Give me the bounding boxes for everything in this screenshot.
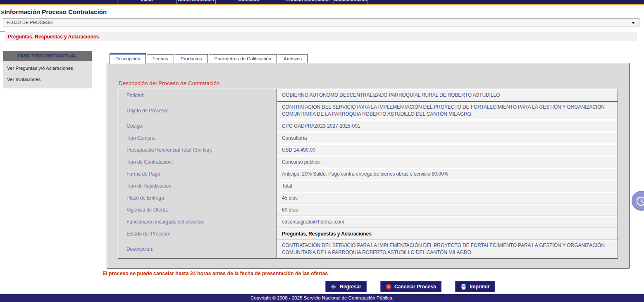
- table-row: Objeto de Proceso: CONTRATACION DEL SERV…: [118, 101, 618, 120]
- footer-bar: Copyright © 2008 - 2025 Servicio Naciona…: [0, 294, 644, 302]
- table-row: Estado del Proceso: Preguntas, Respuesta…: [118, 228, 618, 240]
- row-label: Presupuesto Referencial Total (Sin Iva):: [118, 144, 277, 156]
- winged-clock-icon: [634, 194, 644, 208]
- nav-menu-item[interactable]: Entidad Contratante: [282, 0, 334, 4]
- nav-menu-item-label: Inicio: [117, 0, 176, 2]
- row-label: Entidad:: [118, 89, 277, 101]
- page-title: »Información Proceso Contratación: [1, 8, 107, 16]
- row-value: CONTRATACION DEL SERVICIO PARA LA IMPLEM…: [277, 101, 618, 120]
- nav-menu: Inicio Datos Generales Consultar Entidad…: [117, 0, 367, 4]
- tab[interactable]: Productos: [175, 54, 208, 63]
- print-button-label: Imprimir: [470, 284, 489, 290]
- top-navigation-bar: Inicio Datos Generales Consultar Entidad…: [0, 0, 644, 4]
- table-row: Tipo de Adjudicación: Total: [118, 180, 618, 192]
- row-value: GOBIERNO AUTONOMO DESCENTRALIZADO PARROQ…: [277, 89, 618, 101]
- row-value: Preguntas, Respuestas y Aclaraciones: [277, 228, 618, 240]
- tab[interactable]: Parámetros de Calificación: [209, 54, 277, 63]
- nav-menu-item-label: Entidad Contratante: [282, 0, 334, 2]
- page: Inicio Datos Generales Consultar Entidad…: [0, 0, 644, 302]
- row-label: Forma de Pago:: [118, 168, 277, 180]
- process-detail-table: Entidad: GOBIERNO AUTONOMO DESCENTRALIZA…: [118, 89, 618, 259]
- process-flow-select[interactable]: FLUJO DE PROCESO: [3, 18, 639, 26]
- row-label: Código:: [118, 120, 277, 132]
- table-row: Vigencia de Oferta: 60 días: [118, 204, 618, 216]
- tab[interactable]: Archivos: [278, 54, 308, 63]
- chevron-down-icon: [632, 22, 635, 24]
- row-value: edconsagrado@hotmail.com: [277, 216, 618, 228]
- table-row: Forma de Pago: Anticipo: 20% Saldo: Pago…: [118, 168, 618, 180]
- row-value: 45 dias: [277, 192, 618, 204]
- sidebar-item-link[interactable]: Ver Preguntas y/ó Aclaraciones: [3, 63, 92, 74]
- cancel-x-icon: x: [386, 284, 391, 290]
- row-value: Total: [277, 180, 618, 192]
- tab[interactable]: Descripción: [110, 53, 146, 64]
- row-value: Concurso publico -: [277, 156, 618, 168]
- table-row: Código: CPC-GADPRA2023-2027-2025-001: [118, 120, 618, 132]
- sidebar-item-link[interactable]: Ver Invitaciones: [3, 74, 92, 85]
- table-row: Entidad: GOBIERNO AUTONOMO DESCENTRALIZA…: [118, 89, 618, 101]
- tab-bar: Descripción Fechas Productos Parámetros …: [110, 53, 308, 63]
- sidebar: FASE PRECONTRACTUAL Ver Preguntas y/ó Ac…: [3, 51, 92, 88]
- table-row: Tipo de Contratación: Concurso publico -: [118, 156, 618, 168]
- process-status-banner: Preguntas, Respuestas y Aclaraciones: [5, 32, 637, 41]
- cancel-deadline-note: El proceso se puede cancelar hasta 24 ho…: [103, 271, 328, 276]
- title-divider: [0, 17, 644, 17]
- table-row: Descripción: CONTRATACION DEL SERVICIO P…: [118, 240, 618, 258]
- floating-clock-widget-button[interactable]: [632, 191, 644, 211]
- tab[interactable]: Fechas: [147, 54, 174, 63]
- nav-menu-item[interactable]: Inicio: [117, 0, 176, 4]
- cancel-process-button[interactable]: x Cancelar Proceso: [380, 281, 441, 292]
- tree-connector-line: [0, 31, 5, 32]
- row-label: Estado del Proceso:: [118, 228, 277, 240]
- table-row: Tipo Compra: Consultoría: [118, 132, 618, 144]
- nav-menu-item[interactable]: Consultar: [215, 0, 282, 4]
- cancel-process-button-label: Cancelar Proceso: [394, 284, 436, 290]
- gold-accent-stripe: [0, 4, 644, 5]
- sidebar-menu: Ver Preguntas y/ó Aclaraciones Ver Invit…: [3, 61, 92, 88]
- row-value: Anticipo: 20% Saldo: Pago contra entrega…: [277, 168, 618, 180]
- row-label: Plazo de Entrega:: [118, 192, 277, 204]
- process-flow-select-value: FLUJO DE PROCESO: [7, 20, 52, 25]
- row-value: Consultoría: [277, 132, 618, 144]
- nav-menu-item[interactable]: Administración: [334, 0, 367, 4]
- nav-menu-item-label: Administración: [334, 0, 367, 2]
- row-value: CPC-GADPRA2023-2027-2025-001: [277, 120, 618, 132]
- table-row: Plazo de Entrega: 45 dias: [118, 192, 618, 204]
- row-label: Vigencia de Oferta:: [118, 204, 277, 216]
- back-button[interactable]: Regresar: [325, 281, 367, 292]
- row-label: Tipo Compra:: [118, 132, 277, 144]
- row-value: CONTRATACION DEL SERVICIO PARA LA IMPLEM…: [277, 240, 618, 258]
- row-value: 60 días: [277, 204, 618, 216]
- row-label: Objeto de Proceso:: [118, 101, 277, 120]
- printer-icon: [460, 284, 467, 290]
- print-button[interactable]: Imprimir: [455, 281, 495, 292]
- process-status-text: Preguntas, Respuestas y Aclaraciones: [5, 32, 637, 41]
- action-button-row: Regresar x Cancelar Proceso Imprimir: [325, 281, 495, 292]
- nav-menu-item[interactable]: Datos Generales: [176, 0, 215, 4]
- back-arrow-icon: [331, 284, 337, 289]
- copyright-text: Copyright © 2008 - 2025 Servicio Naciona…: [250, 295, 394, 300]
- back-button-label: Regresar: [340, 284, 361, 290]
- row-value: USD 14,490.00: [277, 144, 618, 156]
- table-row: Presupuesto Referencial Total (Sin Iva):…: [118, 144, 618, 156]
- section-heading: Descripción del Proceso de Contratación: [119, 80, 220, 86]
- sidebar-title: FASE PRECONTRACTUAL: [3, 51, 92, 61]
- table-row: Funcionario encargado del proceso: edcon…: [118, 216, 618, 228]
- row-label: Tipo de Contratación:: [118, 156, 277, 168]
- row-label: Descripción:: [118, 240, 277, 258]
- nav-menu-item-label: Datos Generales: [177, 0, 215, 2]
- nav-menu-item-label: Consultar: [216, 0, 282, 2]
- row-label: Tipo de Adjudicación:: [118, 180, 277, 192]
- row-label: Funcionario encargado del proceso:: [118, 216, 277, 228]
